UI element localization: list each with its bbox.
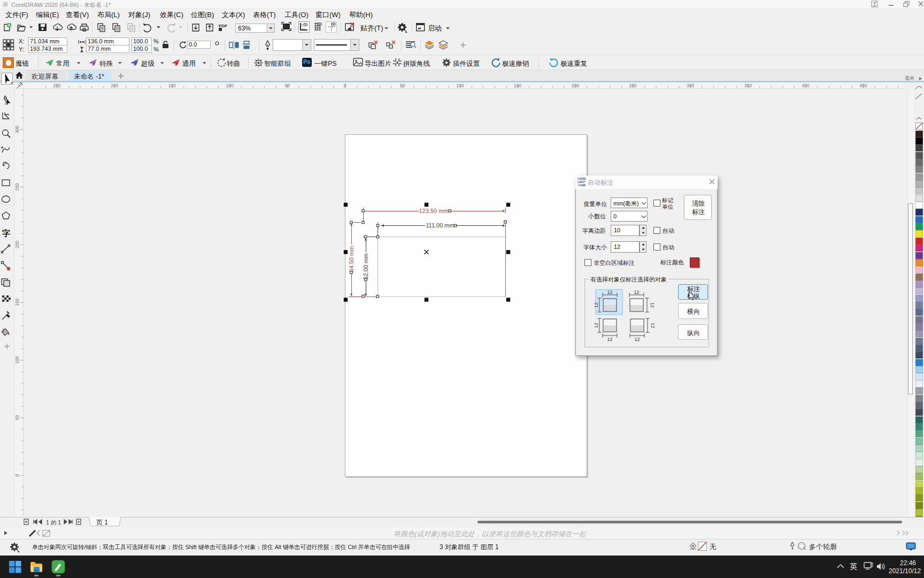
svg-text:250: 250 (629, 83, 636, 88)
svg-text:12: 12 (634, 337, 640, 342)
svg-text:12: 12 (594, 302, 599, 308)
svg-text:450: 450 (859, 83, 867, 88)
svg-text:100: 100 (456, 83, 464, 88)
svg-text:64.50 mm: 64.50 mm (348, 246, 355, 272)
svg-text:250: 250 (14, 183, 20, 191)
svg-text:50: 50 (400, 83, 405, 88)
svg-text:350: 350 (744, 83, 752, 88)
svg-text:400: 400 (802, 83, 810, 88)
svg-text:字: 字 (2, 229, 10, 238)
svg-text:300: 300 (687, 83, 694, 88)
svg-text:50: 50 (14, 415, 20, 420)
svg-text:12: 12 (650, 302, 655, 308)
svg-text:12: 12 (650, 323, 656, 328)
svg-text:150: 150 (514, 83, 521, 88)
svg-text:0: 0 (344, 83, 346, 88)
svg-text:111.00 mm: 111.00 mm (426, 222, 454, 229)
svg-text:250: 250 (53, 83, 60, 88)
svg-text:123.50 mm: 123.50 mm (419, 208, 448, 214)
svg-text:200: 200 (111, 83, 118, 88)
svg-text:150: 150 (168, 83, 176, 88)
svg-text:0: 0 (14, 474, 20, 476)
svg-text:52.00 mm: 52.00 mm (363, 254, 369, 280)
svg-text:12: 12 (607, 290, 612, 295)
svg-text:12: 12 (607, 337, 612, 342)
svg-text:100: 100 (14, 356, 20, 363)
svg-text:↓: ↓ (219, 28, 221, 31)
svg-text:200: 200 (572, 83, 579, 88)
svg-text:100: 100 (226, 83, 234, 88)
svg-text:50: 50 (285, 83, 290, 88)
svg-text:200: 200 (14, 241, 20, 248)
svg-text:12: 12 (594, 323, 599, 328)
svg-text:150: 150 (14, 299, 20, 306)
svg-text:12: 12 (634, 290, 639, 295)
svg-text:300: 300 (14, 125, 20, 133)
